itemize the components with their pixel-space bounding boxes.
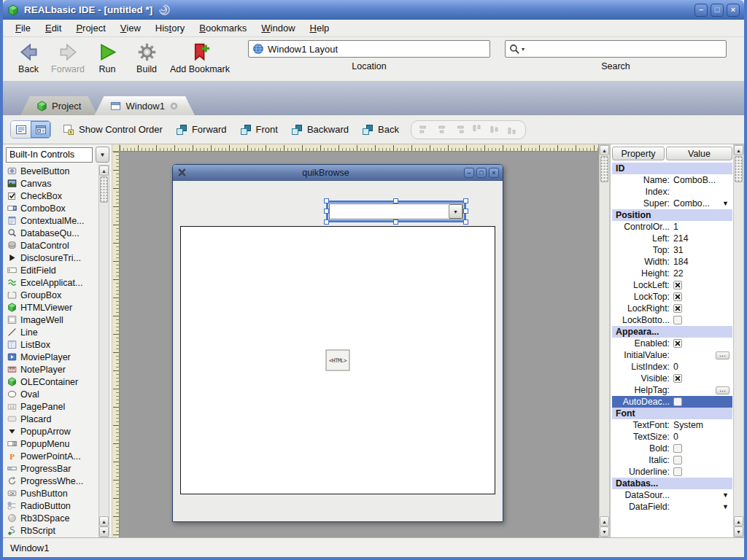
control-item-popuparrow[interactable]: PopupArrow [6, 425, 96, 438]
location-field[interactable]: Window1 Layout [248, 40, 490, 58]
control-item-disclosuretri[interactable]: DisclosureTri... [6, 252, 96, 264]
prop-row-textsize[interactable]: TextSize:0 [612, 431, 732, 443]
scrollbar-track[interactable] [600, 183, 609, 516]
control-item-htmlviewer[interactable]: HTMLViewer [6, 301, 96, 314]
selection-handle-bm[interactable] [393, 219, 398, 225]
prop-row-italic[interactable]: Italic: [612, 454, 732, 466]
prop-row-lockright[interactable]: LockRight: [612, 303, 732, 314]
design-close-button[interactable]: × [489, 168, 499, 178]
control-item-bevelbutton[interactable]: BevelButton [6, 165, 96, 177]
front-button[interactable]: Front [240, 124, 278, 136]
selection-handle-mr[interactable] [463, 209, 468, 214]
prop-checkbox[interactable] [673, 339, 682, 348]
prop-dropdown-arrow[interactable]: ▼ [722, 491, 729, 499]
control-item-noteplayer[interactable]: NotePlayer [6, 363, 96, 376]
menu-help[interactable]: Help [303, 20, 336, 36]
prop-checkbox[interactable] [673, 467, 682, 476]
menu-edit[interactable]: Edit [39, 20, 68, 36]
control-item-pushbutton[interactable]: OKPushButton [6, 487, 96, 499]
scrollbar-thumb[interactable] [600, 156, 608, 182]
prop-row-lockleft[interactable]: LockLeft: [612, 279, 732, 291]
control-item-line[interactable]: Line [6, 326, 96, 338]
control-item-imagewell[interactable]: ImageWell [6, 314, 96, 326]
prop-checkbox[interactable] [673, 316, 682, 324]
selection-handle-ml[interactable] [324, 209, 329, 214]
design-window[interactable]: quikBrowse –□× ▼ <HTML> [172, 164, 503, 522]
control-item-databasequ[interactable]: DatabaseQu... [6, 227, 96, 239]
prop-row-autodeac[interactable]: AutoDeac... [612, 396, 732, 408]
selection-handle-tm[interactable] [393, 198, 398, 203]
control-item-checkbox[interactable]: CheckBox [6, 190, 96, 202]
prop-checkbox[interactable] [673, 281, 682, 289]
control-item-canvas[interactable]: Canvas [6, 177, 96, 190]
control-item-contextualme[interactable]: ContextualMe... [6, 214, 96, 227]
selection-handle-tl[interactable] [324, 198, 329, 203]
selection-handle-br[interactable] [463, 219, 468, 225]
control-item-combobox[interactable]: ComboBox [6, 202, 96, 214]
control-item-pagepanel[interactable]: 1 2PagePanel [6, 400, 96, 413]
back-button[interactable]: Back [362, 124, 399, 136]
prop-row-height[interactable]: Height:22 [612, 268, 732, 279]
prop-row-left[interactable]: Left:214 [612, 233, 732, 244]
layout-view-toggle[interactable] [31, 121, 50, 138]
control-item-progresswhe[interactable]: ProgressWhe... [6, 475, 96, 487]
prop-row-bold[interactable]: Bold: [612, 443, 732, 454]
prop-row-enabled[interactable]: Enabled: [612, 338, 732, 349]
add-bookmark-button[interactable]: Add Bookmark [166, 40, 233, 74]
prop-row-lockbotto[interactable]: LockBotto... [612, 314, 732, 326]
prop-row-textfont[interactable]: TextFont:System [612, 419, 732, 431]
control-item-placard[interactable]: Placard [6, 413, 96, 425]
selection-handle-tr[interactable] [463, 198, 468, 203]
prop-row-initialvalue[interactable]: InitialValue:... [612, 349, 732, 361]
control-item-progressbar[interactable]: ProgressBar [6, 462, 96, 475]
prop-ellipsis-button[interactable]: ... [716, 386, 729, 394]
scroll-up-button[interactable]: ▲ [600, 145, 609, 155]
tab-window1[interactable]: Window1 [94, 96, 194, 115]
prop-checkbox[interactable] [673, 304, 682, 313]
show-control-order-button[interactable]: Show Control Order [63, 124, 163, 136]
control-item-editfield[interactable]: EditField [6, 264, 96, 276]
scroll-down-button[interactable]: ▼ [734, 526, 743, 537]
prop-ellipsis-button[interactable]: ... [716, 351, 729, 359]
control-item-movieplayer[interactable]: MoviePlayer [6, 351, 96, 363]
menu-project[interactable]: Project [69, 20, 112, 36]
scroll-up-button-2[interactable]: ▲ [734, 516, 743, 526]
prop-row-name[interactable]: Name:ComboB... [612, 174, 732, 186]
control-item-rbscript[interactable]: RbScript [6, 524, 96, 537]
close-button[interactable]: × [727, 4, 740, 17]
prop-row-visible[interactable]: Visible: [612, 373, 732, 384]
control-item-powerpointa[interactable]: PPowerPointA... [6, 450, 96, 462]
prop-row-listindex[interactable]: ListIndex:0 [612, 361, 732, 373]
control-item-groupbox[interactable]: GroupBox [6, 289, 96, 301]
scrollbar-thumb[interactable] [100, 176, 108, 203]
prop-checkbox[interactable] [673, 292, 682, 301]
scrollbar-track[interactable] [734, 183, 743, 516]
backward-button[interactable]: Backward [291, 124, 349, 136]
controls-category-arrow[interactable]: ▼ [96, 147, 109, 163]
control-item-datacontrol[interactable]: DataControl [6, 239, 96, 252]
control-item-olecontainer[interactable]: OLEContainer [6, 376, 96, 388]
scroll-up-button[interactable]: ▲ [734, 145, 743, 155]
prop-row-locktop[interactable]: LockTop: [612, 291, 732, 303]
minimize-button[interactable]: – [694, 4, 708, 17]
titlebar[interactable]: REALbasic IDE - [untitled *] –□× [3, 0, 744, 20]
control-item-listbox[interactable]: ListBox [6, 338, 96, 351]
run-button[interactable]: Run [88, 40, 127, 74]
prop-row-super[interactable]: Super:Combo...▼ [612, 198, 732, 209]
properties-scrollbar[interactable]: ▲▲▼ [733, 144, 744, 537]
scroll-up-button-2[interactable]: ▲ [99, 516, 109, 526]
prop-row-top[interactable]: Top:31 [612, 244, 732, 256]
scroll-down-button[interactable]: ▼ [600, 526, 609, 537]
prop-checkbox[interactable] [673, 397, 682, 406]
control-item-popupmenu[interactable]: PopupMenu [6, 438, 96, 450]
canvas-scrollbar[interactable]: ▲▲▼ [599, 144, 610, 537]
design-window-body[interactable]: ▼ <HTML> [173, 181, 503, 521]
prop-row-controlor[interactable]: ControlOr...1 [612, 221, 732, 233]
close-tab-icon[interactable] [169, 101, 179, 111]
back-button[interactable]: Back [9, 40, 48, 74]
control-item-rb3dspace[interactable]: Rb3DSpace [6, 512, 96, 524]
scroll-down-button[interactable]: ▼ [99, 526, 109, 537]
htmlviewer-control[interactable]: <HTML> [180, 226, 495, 494]
design-maximize-button[interactable]: □ [476, 168, 487, 178]
design-window-titlebar[interactable]: quikBrowse –□× [173, 165, 503, 181]
